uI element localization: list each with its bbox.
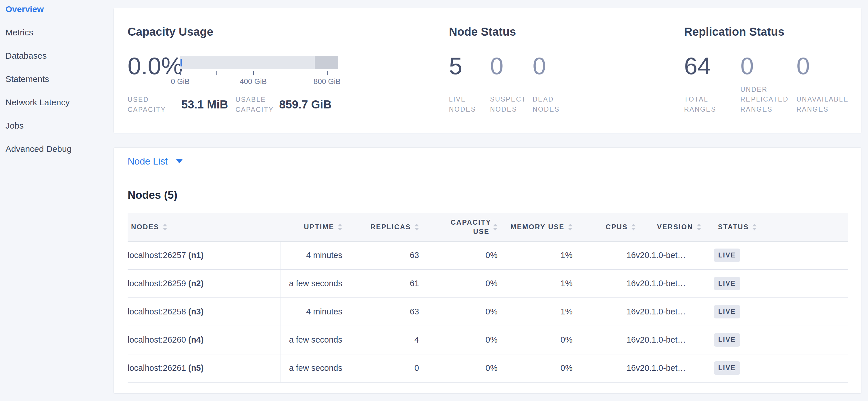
node-list-dropdown[interactable]: Node List [128,156,183,167]
column-header-version-label: VERSION [657,223,693,231]
total-ranges-label: TOTAL RANGES [684,94,728,114]
node-id: (n5) [188,363,204,373]
capacity-summary: USED CAPACITY 53.1 MiB USABLE CAPACITY 8… [128,95,338,114]
column-header-memory-use[interactable]: MEMORY USE [498,213,572,241]
live-status-badge: LIVE [714,277,740,290]
node-list-panel: Node List Nodes (5) NODES UPTIME [114,147,861,394]
column-header-cpus[interactable]: CPUS [572,213,636,241]
replicas-cell: 61 [342,269,419,298]
table-row[interactable]: localhost:26257 (n1) 4 minutes 63 0% 1% … [128,241,848,269]
table-row[interactable]: localhost:26259 (n2) a few seconds 61 0%… [128,269,848,298]
uptime-cell: 4 minutes [281,241,342,269]
node-address: localhost:26258 [128,307,188,316]
replicas-cell: 4 [342,326,419,354]
status-cell: LIVE [714,269,848,298]
sidebar-item-databases[interactable]: Databases [0,44,113,67]
capacity-axis-tick [290,71,290,75]
column-header-capacity-use-label: CAPACITY USE [451,218,490,236]
memory-use-cell: 0% [498,326,572,354]
capacity-bar-chart: 0 GiB400 GiB800 GiB [180,56,338,82]
total-ranges-stat: 64 TOTAL RANGES [684,54,740,114]
sidebar-item-jobs[interactable]: Jobs [0,114,113,137]
memory-use-cell: 1% [498,298,572,326]
capacity-axis-tick-label: 0 GiB [171,77,189,86]
sidebar-item-metrics[interactable]: Metrics [0,21,113,44]
live-status-badge: LIVE [714,249,740,262]
capacity-axis-tick [180,71,181,75]
node-list-header: Node List [114,148,861,175]
table-row[interactable]: localhost:26260 (n4) a few seconds 4 0% … [128,326,848,354]
version-cell: v20.1.0-bet… [636,298,714,326]
status-cell: LIVE [714,241,848,269]
sort-icon [493,224,498,230]
table-header-row: NODES UPTIME REPLICAS CAPACITY USE [128,213,848,241]
column-header-nodes[interactable]: NODES [128,213,281,241]
status-cell: LIVE [714,298,848,326]
dead-nodes-value: 0 [533,54,584,78]
capacity-bar-used-segment [181,59,182,66]
sort-icon [697,224,701,230]
node-name-cell[interactable]: localhost:26259 (n2) [128,269,281,298]
capacity-axis-tick-label: 800 GiB [314,77,341,86]
replicas-cell: 63 [342,241,419,269]
column-header-replicas[interactable]: REPLICAS [342,213,419,241]
live-nodes-label: LIVE NODES [449,94,490,114]
column-header-version[interactable]: VERSION [636,213,714,241]
sidebar-item-network-latency[interactable]: Network Latency [0,91,113,114]
sidebar-item-overview[interactable]: Overview [0,0,113,21]
node-address: localhost:26257 [128,251,188,260]
cpus-cell: 16 [572,326,636,354]
table-row[interactable]: localhost:26261 (n5) a few seconds 0 0% … [128,354,848,382]
unavailable-ranges-stat: 0 UNAVAILABLE RANGES [797,54,860,114]
under-replicated-ranges-value: 0 [740,54,797,78]
node-name-cell[interactable]: localhost:26261 (n5) [128,354,281,382]
node-id: (n3) [188,307,204,316]
uptime-cell: a few seconds [281,326,342,354]
node-id: (n1) [188,251,204,260]
column-header-memory-use-label: MEMORY USE [510,223,564,231]
column-header-capacity-use[interactable]: CAPACITY USE [419,213,498,241]
capacity-axis-tick [216,71,217,75]
capacity-use-cell: 0% [419,354,498,382]
sidebar-item-statements[interactable]: Statements [0,67,113,91]
under-replicated-ranges-label: UNDER-REPLICATED RANGES [740,85,784,114]
cluster-overview-panel: Capacity Usage 0.0% 0 GiB400 GiB800 GiB … [114,8,861,133]
cpus-cell: 16 [572,298,636,326]
live-status-badge: LIVE [714,305,740,318]
node-id: (n2) [188,279,204,288]
capacity-use-cell: 0% [419,326,498,354]
node-name-cell[interactable]: localhost:26260 (n4) [128,326,281,354]
column-header-cpus-label: CPUS [606,223,628,231]
version-cell: v20.1.0-bet… [636,326,714,354]
capacity-axis: 0 GiB400 GiB800 GiB [180,69,338,82]
capacity-use-cell: 0% [419,241,498,269]
capacity-axis-tick-label: 400 GiB [240,77,267,86]
suspect-nodes-stat: 0 SUSPECT NODES [490,54,533,114]
column-header-status[interactable]: STATUS [714,213,848,241]
version-cell: v20.1.0-bet… [636,241,714,269]
sort-icon [568,224,572,230]
under-replicated-ranges-stat: 0 UNDER-REPLICATED RANGES [740,54,797,114]
node-name-cell[interactable]: localhost:26258 (n3) [128,298,281,326]
usable-capacity-label: USABLE CAPACITY [236,95,279,114]
table-row[interactable]: localhost:26258 (n3) 4 minutes 63 0% 1% … [128,298,848,326]
capacity-usage-title: Capacity Usage [128,25,338,38]
node-status-section: Node Status 5 LIVE NODES 0 SUSPECT NODES… [449,25,584,114]
column-header-uptime-label: UPTIME [304,223,334,231]
sort-icon [631,224,636,230]
used-capacity-label: USED CAPACITY [128,95,171,114]
sort-icon [414,224,419,230]
node-status-title: Node Status [449,25,584,38]
replication-status-section: Replication Status 64 TOTAL RANGES 0 UND… [684,25,860,114]
node-name-cell[interactable]: localhost:26257 (n1) [128,241,281,269]
capacity-axis-tick [253,71,254,75]
capacity-usage-section: Capacity Usage 0.0% 0 GiB400 GiB800 GiB … [128,25,338,114]
capacity-axis-tick [327,71,328,75]
dead-nodes-label: DEAD NODES [533,94,576,114]
column-header-nodes-label: NODES [131,223,159,231]
column-header-uptime[interactable]: UPTIME [281,213,342,241]
cpus-cell: 16 [572,354,636,382]
capacity-use-cell: 0% [419,269,498,298]
node-address: localhost:26261 [128,363,188,373]
sidebar-item-advanced-debug[interactable]: Advanced Debug [0,137,113,161]
